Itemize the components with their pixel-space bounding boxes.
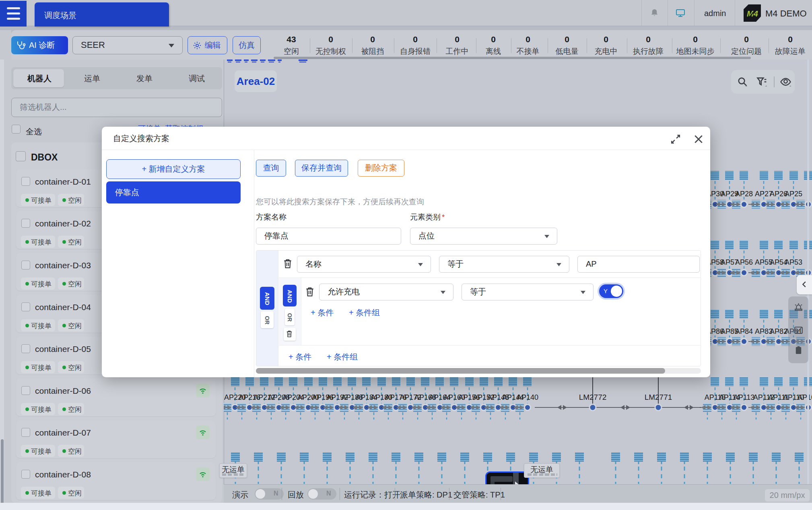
svg-text:AP53: AP53 (785, 258, 802, 266)
svg-text:LM2772: LM2772 (579, 393, 607, 401)
svg-text:AP84: AP84 (735, 327, 753, 335)
svg-text:AP113: AP113 (734, 393, 755, 401)
svg-text:LM2771: LM2771 (645, 393, 672, 401)
svg-text:AP28: AP28 (735, 190, 753, 198)
svg-text:AP81: AP81 (785, 327, 802, 335)
svg-text:AP25: AP25 (785, 190, 802, 198)
svg-text:AP56: AP56 (735, 258, 753, 266)
svg-text:AP109: AP109 (798, 393, 812, 401)
svg-text:AP140: AP140 (517, 393, 538, 401)
